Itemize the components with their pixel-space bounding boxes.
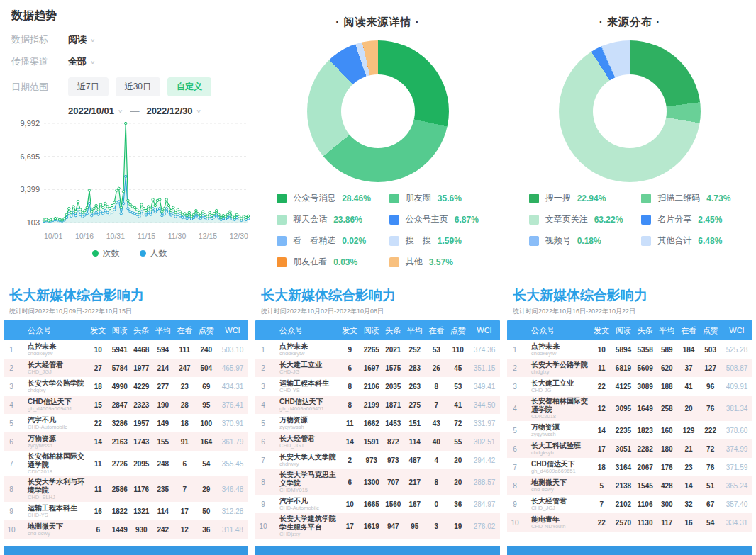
account-name: 汽宇不凡 — [271, 497, 339, 505]
account-id: CHDjzxy — [271, 531, 339, 537]
legend-item[interactable]: 其他合计 6.48% — [641, 235, 730, 247]
metric-value: 1871 — [382, 401, 404, 409]
metric-value: 6819 — [613, 364, 635, 372]
wci-value: 409.91 — [721, 383, 752, 391]
metric-value: 1575 — [382, 364, 404, 372]
legend-item[interactable]: 扫描二维码 4.73% — [641, 192, 730, 204]
account-name: 点控未来 — [523, 342, 591, 351]
filter-channel-select[interactable]: 全部 — [68, 55, 87, 68]
metric-value: 248 — [152, 460, 174, 468]
filter-metric-select[interactable]: 阅读 — [68, 33, 87, 46]
legend-value: 6.87% — [455, 215, 479, 225]
legend-item[interactable]: 文章页关注 63.22% — [529, 213, 623, 225]
table-row: 2 长大建工立业 CHD-JG 6169715752832645 351.15 — [255, 359, 500, 377]
legend-item[interactable]: 搜一搜 1.59% — [389, 235, 479, 247]
metric-value: 14 — [591, 427, 613, 435]
svg-text:103: 103 — [27, 218, 40, 227]
legend-swatch — [389, 257, 399, 267]
x-tick-label: 12/15 — [199, 232, 217, 240]
legend-item[interactable]: 其他 3.57% — [389, 256, 479, 268]
account-id: CHD_JGJ — [19, 369, 87, 375]
metric-value: 20 — [678, 405, 700, 413]
pill-custom[interactable]: 自定义 — [167, 77, 211, 96]
legend-item[interactable]: 聊天会话 23.86% — [277, 213, 371, 225]
wci-value: 525.28 — [721, 346, 752, 354]
metric-value: 1977 — [130, 364, 152, 372]
source-distribution-legend: 搜一搜 22.94% 扫描二维码 4.73% 文章页关注 63.22% 名片分享… — [504, 192, 756, 247]
account-id: CDIC2018 — [19, 469, 87, 475]
metric-value: 5894 — [613, 346, 635, 354]
rank-number: 8 — [255, 478, 271, 486]
metric-value: 1823 — [634, 427, 656, 435]
account-cell: 运输工程本科生 CHD-YS — [271, 379, 339, 394]
legend-dot — [92, 250, 99, 257]
account-name: 能电青年 — [523, 515, 591, 524]
account-cell: 点控未来 chddkeytw — [271, 342, 339, 357]
legend-item[interactable]: 朋友在看 0.03% — [277, 256, 371, 268]
metric-value: 111 — [174, 346, 196, 354]
end-date-picker[interactable]: 2022/12/30 — [146, 106, 192, 116]
metric-value: 428 — [656, 482, 678, 490]
account-name: CHD信达天下 — [523, 460, 591, 469]
metric-value: 12 — [591, 405, 613, 413]
metric-value: 22 — [591, 519, 613, 527]
ranking-tables-section: 长大新媒体综合影响力 统计时间2022年10月09日-2022年10月15日 公… — [0, 282, 756, 555]
legend-value: 0.18% — [577, 236, 601, 246]
metric-value: 2106 — [361, 383, 383, 391]
legend-item-counts[interactable]: 次数 — [92, 247, 120, 259]
metric-value: 23 — [174, 383, 196, 391]
pill-last7days[interactable]: 近7日 — [68, 77, 109, 96]
legend-swatch — [277, 215, 287, 225]
table-row: 5 万物资源 zyqytwssh 1422351823160129222 378… — [507, 421, 752, 439]
account-id: zyqytwssh — [19, 442, 87, 449]
rank-number: 9 — [507, 500, 523, 508]
table-header: 公众号发文阅读头条平均在看点赞WCI — [4, 320, 248, 340]
table-row: 1 点控未来 chddkeytw 92265202125253110 374.3… — [255, 340, 500, 359]
legend-item[interactable]: 公众号消息 28.46% — [277, 192, 371, 204]
metric-value: 3 — [426, 522, 448, 530]
account-id: zyqytwssh — [271, 424, 339, 430]
metric-value: 0 — [426, 500, 448, 508]
table-subtitle: 统计时间2022年10月16日-2022年10月22日 — [507, 305, 752, 320]
svg-text:3,399: 3,399 — [20, 185, 40, 194]
start-date-picker[interactable]: 2022/10/01 — [68, 106, 114, 116]
metric-value: 283 — [404, 364, 426, 372]
rank-number: 7 — [507, 464, 523, 471]
legend-item[interactable]: 视频号 0.18% — [529, 235, 623, 247]
legend-item[interactable]: 看一看精选 0.02% — [277, 235, 371, 247]
metric-value: 54 — [699, 519, 721, 527]
wci-value: 357.40 — [721, 500, 752, 508]
account-id: chdgksyb — [523, 449, 591, 456]
table-footer-bar — [255, 546, 500, 555]
metric-value: 222 — [699, 427, 721, 435]
metric-value: 76 — [699, 464, 721, 471]
account-name: 长安大学建筑学院学生服务平台 — [271, 515, 339, 531]
table-body: 1 点控未来 chddkeytw 1059414468594111240 503… — [4, 340, 248, 544]
pill-last30days[interactable]: 近30日 — [116, 77, 160, 96]
metric-value: 10 — [339, 500, 361, 508]
legend-label: 公众号消息 — [293, 192, 335, 204]
account-cell: CHD信达天下 gh_d4609a669651 — [523, 460, 591, 475]
legend-item[interactable]: 搜一搜 22.94% — [529, 192, 623, 204]
metric-value: 72 — [448, 420, 469, 427]
metric-value: 19 — [448, 522, 469, 530]
legend-value: 2.45% — [698, 215, 722, 225]
x-tick-label: 10/01 — [44, 232, 62, 240]
rank-number: 1 — [4, 346, 19, 354]
metric-value: 18 — [591, 464, 613, 471]
metric-value: 2067 — [634, 464, 656, 471]
metric-value: 2282 — [634, 445, 656, 453]
metric-value: 160 — [656, 427, 678, 435]
header-cell: 头条 — [130, 325, 152, 336]
legend-item-people[interactable]: 人数 — [140, 247, 167, 259]
account-cell: CHD信达天下 gh_d4609a669451 — [19, 398, 87, 413]
account-id: chd-dcwy — [523, 486, 591, 493]
metric-value: 589 — [656, 346, 678, 354]
legend-item[interactable]: 公众号主页 6.87% — [389, 213, 479, 225]
legend-item[interactable]: 名片分享 2.45% — [641, 213, 730, 225]
table-row: 4 CHD信达天下 gh_d4609a669451 15284723231902… — [4, 396, 248, 414]
legend-item[interactable]: 朋友圈 35.6% — [389, 192, 479, 204]
account-cell: 长安都柏林国际交通学院 CDIC2018 — [19, 452, 87, 475]
legend-label: 视频号 — [545, 235, 571, 247]
legend-value: 0.02% — [342, 236, 366, 246]
